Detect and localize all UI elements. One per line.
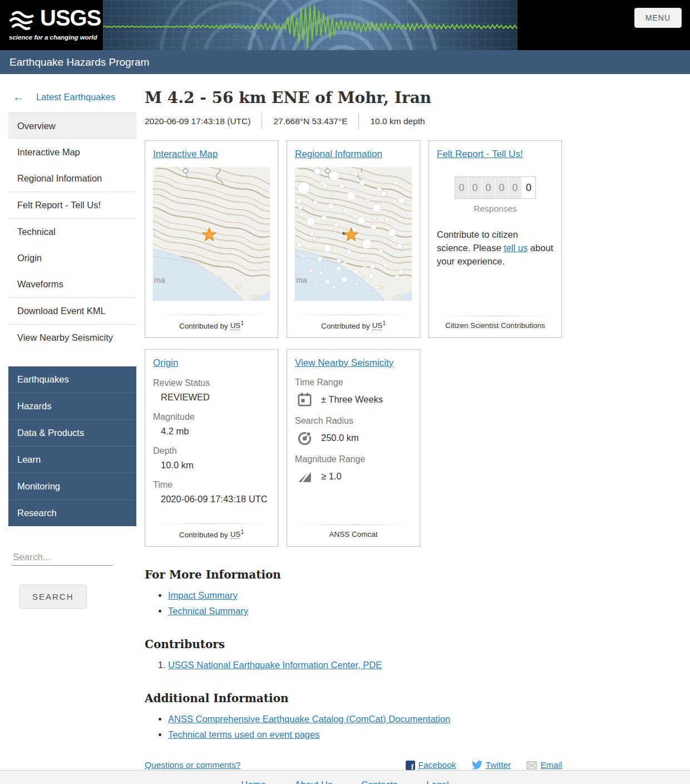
event-meta: 2020-06-09 17:43:18 (UTC) 27.668°N 53.43… <box>145 114 562 129</box>
event-depth: 10.0 km depth <box>358 114 436 129</box>
sidebar-item-regional-information[interactable]: Regional Information <box>8 165 136 192</box>
sidebar-item-view-nearby-seismicity[interactable]: View Nearby Seismicity <box>8 325 136 351</box>
counter-digit: 0 <box>469 177 482 198</box>
sidebar-item-research[interactable]: Research <box>8 499 136 526</box>
regional-information-thumbnail[interactable]: ma <box>295 167 412 301</box>
regional-information-link[interactable]: Regional Information <box>295 149 382 160</box>
usgs-logo[interactable]: USGS science for a changing world <box>0 0 103 50</box>
list-item: Technical Summary <box>168 606 562 616</box>
facebook-share-link[interactable]: Facebook <box>406 760 456 770</box>
sidebar-item-waveforms[interactable]: Waveforms <box>8 271 136 297</box>
counter-digit: 0 <box>455 177 469 198</box>
email-share-link[interactable]: Email <box>526 760 562 770</box>
impact-summary-link[interactable]: Impact Summary <box>168 590 238 600</box>
regional-information-card: Regional Information ma Contributed by U… <box>287 140 420 338</box>
card-footer: Contributed by US1 <box>153 315 270 330</box>
magnitude-value: 4.2 mb <box>161 426 270 437</box>
sidebar-item-hazards[interactable]: Hazards <box>8 393 136 419</box>
card-footer: Citizen Scientist Contributions <box>437 316 554 330</box>
felt-report-text: Contribute to citizen science. Please te… <box>437 228 554 268</box>
counter-digit: 0 <box>482 177 495 198</box>
footer-contacts-link[interactable]: Contacts <box>361 780 397 784</box>
twitter-icon <box>472 761 482 770</box>
list-item: Impact Summary <box>168 590 562 601</box>
sidebar-item-interactive-map[interactable]: Interactive Map <box>8 139 136 165</box>
sidebar-item-origin[interactable]: Origin <box>8 245 136 271</box>
questions-or-comments-link[interactable]: Questions or comments? <box>145 760 240 770</box>
time-range-value: ± Three Weeks <box>321 394 383 405</box>
search-button[interactable]: SEARCH <box>19 585 87 609</box>
main-content: M 4.2 - 56 km ENE of Mohr, Iran 2020-06-… <box>145 74 562 770</box>
footer-legal-link[interactable]: Legal <box>426 780 448 784</box>
comcat-documentation-link[interactable]: ANSS Comprehensive Earthquake Catalog (C… <box>168 714 450 724</box>
view-nearby-seismicity-link[interactable]: View Nearby Seismicity <box>295 357 393 369</box>
interactive-map-thumbnail[interactable]: ma <box>153 167 270 301</box>
sidebar-item-data-products[interactable]: Data & Products <box>8 419 136 446</box>
sidebar-item-download-kml[interactable]: Download Event KML <box>8 298 136 324</box>
counter-digit: 0 <box>509 177 522 198</box>
sidebar-item-monitoring[interactable]: Monitoring <box>8 473 136 499</box>
twitter-label: Twitter <box>486 760 511 770</box>
card-footer: Contributed by US1 <box>295 315 412 330</box>
contributor-abbr[interactable]: US <box>230 530 241 539</box>
list-item: USGS National Earthquake Information Cen… <box>168 660 562 670</box>
sidebar-item-overview[interactable]: Overview <box>8 113 136 139</box>
latest-earthquakes-link[interactable]: Latest Earthquakes <box>36 92 115 102</box>
footer-about-us-link[interactable]: About Us <box>294 780 332 784</box>
back-to-latest-earthquakes[interactable]: ← Latest Earthquakes <box>8 85 136 112</box>
sidebar-item-technical[interactable]: Technical <box>8 219 136 245</box>
sidebar-item-learn[interactable]: Learn <box>8 446 136 473</box>
contributor-abbr[interactable]: US <box>372 321 383 330</box>
page-title: M 4.2 - 56 km ENE of Mohr, Iran <box>145 89 562 107</box>
contributors-section: Contributors USGS National Earthquake In… <box>145 638 562 670</box>
facebook-label: Facebook <box>418 760 456 770</box>
technical-summary-link[interactable]: Technical Summary <box>168 606 248 616</box>
list-item: Technical terms used on event pages <box>168 729 562 740</box>
social-links: Facebook Twitter Email <box>406 760 563 770</box>
usgs-neic-pde-link[interactable]: USGS National Earthquake Information Cen… <box>168 660 382 670</box>
origin-link[interactable]: Origin <box>153 357 178 369</box>
search-input[interactable] <box>12 550 113 566</box>
depth-label: Depth <box>153 446 270 456</box>
sidebar-item-felt-report[interactable]: Felt Report - Tell Us! <box>8 192 136 218</box>
magnitude-label: Magnitude <box>153 412 270 422</box>
responses-counter: 0 0 0 0 0 0 <box>455 177 536 199</box>
program-title-link[interactable]: Earthquake Hazards Program <box>9 56 149 68</box>
for-more-information-section: For More Information Impact Summary Tech… <box>145 568 562 616</box>
contributor-abbr[interactable]: US <box>230 321 241 330</box>
review-status-value: REVIEWED <box>161 392 270 403</box>
twitter-share-link[interactable]: Twitter <box>472 760 511 770</box>
menu-button[interactable]: MENU <box>634 8 682 28</box>
technical-terms-link[interactable]: Technical terms used on event pages <box>168 729 319 739</box>
section-heading: For More Information <box>145 568 562 581</box>
felt-report-link[interactable]: Felt Report - Tell Us! <box>437 149 523 160</box>
contributed-by-text: Contributed by <box>179 321 228 330</box>
review-status-label: Review Status <box>153 378 270 388</box>
footnote: 1 <box>382 320 386 326</box>
felt-report-card: Felt Report - Tell Us! 0 0 0 0 0 0 Respo… <box>428 140 562 338</box>
site-footer: Home About Us Contacts Legal <box>0 770 690 784</box>
search-radius-label: Search Radius <box>295 416 412 426</box>
logo-tagline: science for a changing world <box>9 34 103 41</box>
event-coordinates: 27.668°N 53.437°E <box>262 114 358 129</box>
section-heading: Additional Information <box>145 692 562 705</box>
sidebar: ← Latest Earthquakes Overview Interactiv… <box>8 74 136 609</box>
contributed-by-text: Contributed by <box>321 321 370 330</box>
footer-home-link[interactable]: Home <box>241 780 265 784</box>
magnitude-icon <box>297 469 312 484</box>
sidebar-item-earthquakes[interactable]: Earthquakes <box>8 366 136 393</box>
radius-icon <box>297 430 312 445</box>
search-radius-value: 250.0 km <box>321 433 359 443</box>
magnitude-range-label: Magnitude Range <box>295 454 412 464</box>
list-item: ANSS Comprehensive Earthquake Catalog (C… <box>168 714 562 724</box>
interactive-map-link[interactable]: Interactive Map <box>153 149 218 160</box>
counter-digit: 0 <box>495 177 509 198</box>
seismograph-banner-image <box>103 0 518 50</box>
time-value: 2020-06-09 17:43:18 UTC <box>161 494 270 504</box>
tell-us-link[interactable]: tell us <box>504 243 528 253</box>
interactive-map-card: Interactive Map ma Contributed by US1 <box>145 140 278 338</box>
site-header: USGS science for a changing world MENU <box>0 0 690 50</box>
section-heading: Contributors <box>145 638 562 651</box>
site-nav: Earthquakes Hazards Data & Products Lear… <box>8 366 136 526</box>
card-footer: ANSS Comcat <box>295 525 412 538</box>
